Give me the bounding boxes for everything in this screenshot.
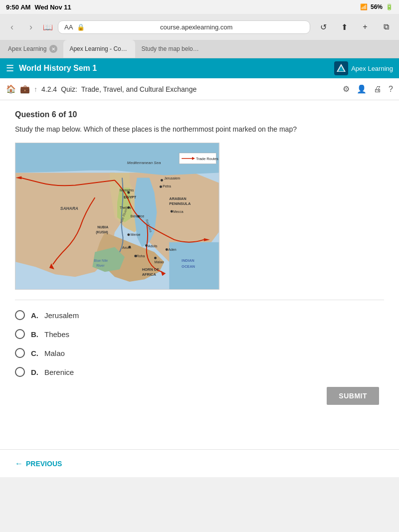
wifi-icon: 📶 (360, 3, 368, 10)
quiz-section: 4.2.4 (41, 85, 57, 93)
svg-point-22 (171, 210, 173, 213)
quiz-label-text: Quiz: (61, 85, 77, 93)
bookmarks-button[interactable]: 📖 (43, 22, 53, 32)
choice-c-text: Malao (44, 349, 65, 357)
answer-choices: A. Jerusalem B. Thebes C. Malao D. Beren… (15, 310, 384, 377)
svg-text:NUBIA: NUBIA (97, 225, 108, 229)
svg-text:Mecca: Mecca (173, 210, 184, 213)
menu-icon[interactable]: ☰ (6, 63, 14, 74)
svg-point-8 (161, 179, 163, 181)
svg-text:Roha: Roha (137, 254, 145, 258)
svg-text:Berenice: Berenice (131, 214, 145, 218)
apex-logo-image (334, 61, 348, 75)
breadcrumb-arrow: ↑ (34, 85, 37, 93)
trade-routes-map: Mediterranean Sea Jerusalem Petra Memphi… (15, 143, 219, 289)
choice-b[interactable]: B. Thebes (15, 329, 384, 339)
svg-text:Petra: Petra (163, 184, 171, 188)
choice-c-letter: C. (31, 349, 38, 357)
apex-logo-text: Apex Learning (351, 65, 393, 72)
svg-text:INDIAN: INDIAN (182, 258, 195, 263)
question-separator (15, 300, 384, 300)
tab-apex-courses[interactable]: Apex Learning - Courses (63, 40, 135, 58)
svg-text:Jerusalem: Jerusalem (164, 177, 180, 180)
course-header: ☰ World History Sem 1 Apex Learning (0, 58, 399, 78)
help-icon[interactable]: ? (389, 85, 393, 94)
svg-text:Axum: Axum (122, 246, 131, 249)
aa-label[interactable]: AA (64, 23, 73, 31)
choice-a-letter: A. (31, 311, 38, 320)
lock-icon: 🔒 (77, 23, 85, 31)
svg-point-10 (160, 185, 162, 188)
tab-close-button[interactable]: ✕ (49, 45, 57, 53)
svg-text:OCEAN: OCEAN (182, 264, 195, 269)
prev-label: PREVIOUS (26, 460, 62, 468)
forward-button[interactable]: › (24, 22, 38, 32)
radio-d[interactable] (15, 367, 25, 377)
battery-icon: 🔋 (386, 3, 393, 10)
svg-text:ARABIAN: ARABIAN (169, 196, 186, 201)
svg-text:Memphis: Memphis (120, 188, 134, 192)
radio-c[interactable] (15, 348, 25, 358)
tabs-bar: Apex Learning ✕ Apex Learning - Courses … (0, 40, 399, 58)
url-text: course.apexlearning.com (89, 23, 304, 31)
svg-text:Meroe: Meroe (131, 233, 141, 236)
quiz-title: Trade, Travel, and Cultural Exchange (81, 85, 197, 93)
choice-b-text: Thebes (44, 330, 69, 339)
briefcase-icon: 💼 (20, 84, 30, 94)
choice-c[interactable]: C. Malao (15, 348, 384, 358)
svg-text:Aden: Aden (168, 248, 176, 251)
svg-text:HORN OF: HORN OF (142, 267, 160, 272)
radio-a[interactable] (15, 310, 25, 320)
svg-point-26 (127, 233, 130, 236)
choice-d[interactable]: D. Berenice (15, 367, 384, 377)
back-button[interactable]: ‹ (5, 22, 19, 32)
date: Wed Nov 11 (34, 3, 71, 11)
accessibility-icon[interactable]: 👤 (357, 84, 367, 94)
reload-button[interactable]: ↺ (315, 22, 331, 32)
previous-link[interactable]: ← PREVIOUS (15, 459, 62, 468)
svg-text:PENINSULA: PENINSULA (169, 201, 191, 206)
submit-button[interactable]: SUBMIT (327, 387, 379, 405)
choice-d-letter: D. (31, 368, 38, 376)
print-icon[interactable]: 🖨 (374, 85, 382, 94)
tabs-button[interactable]: ⧉ (378, 22, 394, 31)
svg-text:Adulis: Adulis (148, 244, 158, 248)
choice-d-text: Berenice (44, 368, 74, 376)
choice-b-letter: B. (31, 330, 38, 339)
choice-a-text: Jerusalem (44, 311, 79, 320)
course-title: World History Sem 1 (19, 64, 97, 73)
svg-text:Malao: Malao (154, 260, 164, 264)
browser-chrome: ‹ › 📖 AA 🔒 course.apexlearning.com ↺ ⬆ +… (0, 14, 399, 58)
svg-point-32 (145, 244, 148, 247)
svg-text:AFRICA: AFRICA (142, 272, 157, 277)
main-content: Question 6 of 10 Study the map below. Wh… (0, 100, 399, 449)
home-icon[interactable]: 🏠 (6, 84, 16, 94)
svg-text:EGYPT: EGYPT (124, 195, 137, 199)
battery-status: 56% (371, 3, 383, 10)
submit-row: SUBMIT (15, 387, 384, 405)
svg-text:(KUSH): (KUSH) (96, 230, 108, 234)
translate-icon[interactable]: ⚙ (343, 84, 350, 94)
radio-b[interactable] (15, 329, 25, 339)
question-number: Question 6 of 10 (15, 110, 384, 119)
svg-text:Blue Nile: Blue Nile (94, 259, 108, 262)
svg-text:SAHARA: SAHARA (60, 206, 78, 211)
tab-apex-learning[interactable]: Apex Learning ✕ (2, 40, 63, 58)
quiz-bar: 🏠 💼 ↑ 4.2.4 Quiz: Trade, Travel, and Cul… (0, 78, 399, 100)
svg-text:Mediterranean Sea: Mediterranean Sea (127, 161, 161, 165)
prev-arrow-icon: ← (15, 459, 23, 468)
choice-a[interactable]: A. Jerusalem (15, 310, 384, 320)
map-container: Mediterranean Sea Jerusalem Petra Memphi… (15, 143, 219, 290)
svg-text:River: River (96, 264, 105, 267)
svg-point-34 (166, 248, 168, 251)
question-text: Study the map below. Which of these plac… (15, 124, 384, 135)
svg-point-38 (154, 257, 157, 259)
apex-logo: Apex Learning (334, 61, 393, 75)
time: 9:50 AM (6, 3, 30, 11)
add-tab-button[interactable]: + (357, 22, 373, 31)
footer: ← PREVIOUS (0, 449, 399, 477)
status-bar: 9:50 AM Wed Nov 11 📶 56% 🔋 (0, 0, 399, 14)
share-button[interactable]: ⬆ (336, 22, 352, 32)
address-bar[interactable]: AA 🔒 course.apexlearning.com (58, 20, 310, 34)
tab-study-map[interactable]: Study the map below. Which of these... (135, 40, 207, 58)
